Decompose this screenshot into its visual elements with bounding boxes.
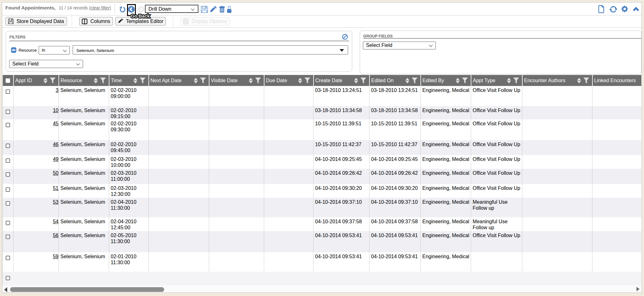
svg-text:Go Back: Go Back [131, 13, 150, 19]
